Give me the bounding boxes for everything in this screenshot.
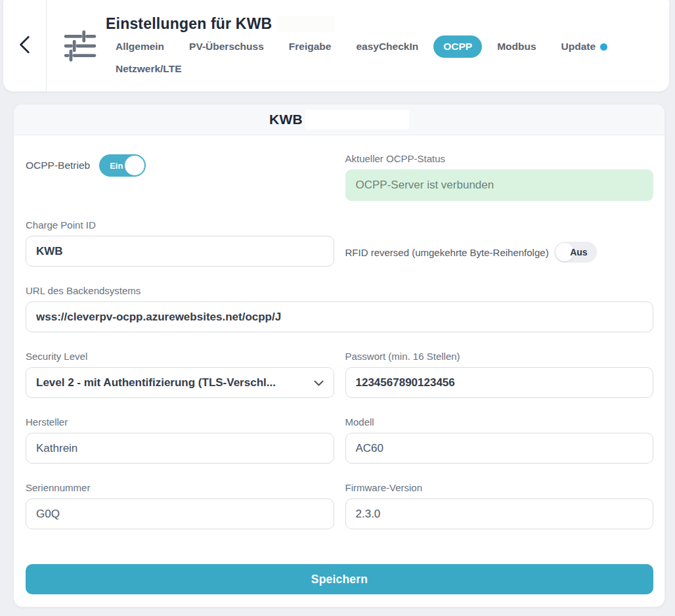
seriennummer-label: Seriennummer: [26, 481, 334, 495]
security-level-value: Level 2 - mit Authentifizierung (TLS-Ver…: [36, 376, 276, 389]
redaction-patch: [277, 16, 335, 32]
charge-point-id-label: Charge Point ID: [26, 219, 334, 232]
redaction-patch: [305, 110, 409, 129]
ocpp-status-label: Aktueller OCPP-Status: [345, 152, 654, 165]
seriennummer-field: Seriennummer: [26, 481, 334, 529]
backend-url-label: URL des Backendsystems: [26, 284, 653, 297]
chevron-down-icon: [314, 377, 324, 389]
ocpp-form: OCPP-Betrieb Ein Aktueller OCPP-Status O…: [14, 135, 664, 607]
tab-allgemein[interactable]: Allgemein: [106, 35, 174, 58]
charge-point-id-input[interactable]: [26, 236, 334, 267]
firmware-field: Firmware-Version: [345, 481, 654, 529]
password-label: Passwort (min. 16 Stellen): [345, 350, 654, 363]
ocpp-settings-card: KWB OCPP-Betrieb Ein Aktueller OCPP-Stat…: [13, 104, 665, 607]
settings-header: Einstellungen für KWB Allgemein PV-Übers…: [3, 0, 670, 92]
firmware-input[interactable]: [345, 498, 654, 529]
hersteller-label: Hersteller: [26, 416, 334, 429]
modell-label: Modell: [345, 416, 654, 429]
seriennummer-input[interactable]: [26, 498, 334, 529]
tab-modbus[interactable]: Modbus: [487, 35, 546, 58]
header-content: Einstellungen für KWB Allgemein PV-Übers…: [47, 0, 669, 91]
save-button[interactable]: Speichern: [26, 564, 653, 594]
security-level-label: Security Level: [26, 350, 334, 363]
card-header: KWB: [14, 104, 664, 135]
ocpp-betrieb-toggle[interactable]: Ein: [99, 154, 146, 177]
hersteller-input[interactable]: [26, 433, 334, 464]
password-field: Passwort (min. 16 Stellen): [345, 350, 654, 398]
tab-freigabe[interactable]: Freigabe: [279, 35, 341, 58]
toggle-knob: [125, 156, 144, 175]
chevron-left-icon: [17, 35, 33, 57]
modell-field: Modell: [345, 416, 654, 464]
tab-update-label: Update: [561, 41, 596, 53]
tab-pv-ueberschuss[interactable]: PV-Überschuss: [179, 35, 274, 58]
backend-url-field: URL des Backendsystems: [26, 284, 653, 332]
toggle-state-label: Aus: [570, 247, 587, 257]
card-title: KWB: [269, 112, 303, 127]
firmware-label: Firmware-Version: [345, 481, 654, 495]
security-level-select[interactable]: Level 2 - mit Authentifizierung (TLS-Ver…: [26, 367, 334, 398]
password-input[interactable]: [345, 367, 654, 398]
ocpp-betrieb-label: OCPP-Betrieb: [26, 160, 90, 171]
save-row: Speichern: [26, 564, 653, 594]
backend-url-input[interactable]: [26, 301, 653, 332]
settings-tabs: Allgemein PV-Überschuss Freigabe easyChe…: [106, 35, 651, 80]
security-level-field: Security Level Level 2 - mit Authentifiz…: [26, 350, 334, 398]
ocpp-betrieb-row: OCPP-Betrieb Ein: [26, 154, 334, 177]
tab-update[interactable]: Update: [552, 35, 618, 58]
charge-point-id-field: Charge Point ID: [26, 219, 334, 267]
toggle-state-label: Ein: [110, 161, 123, 171]
ocpp-status-value: OCPP-Server ist verbunden: [345, 169, 654, 201]
rfid-reversed-row: RFID reversed (umgekehrte Byte-Reihenfol…: [345, 242, 654, 263]
rfid-reversed-toggle[interactable]: Aus: [554, 242, 597, 263]
modell-input[interactable]: [345, 433, 654, 464]
page-title: Einstellungen für KWB: [106, 15, 272, 33]
tab-netzwerk-lte[interactable]: Netzwerk/LTE: [106, 58, 192, 80]
rfid-reversed-label: RFID reversed (umgekehrte Byte-Reihenfol…: [345, 247, 549, 258]
tab-ocpp[interactable]: OCPP: [433, 35, 482, 58]
hersteller-field: Hersteller: [26, 416, 334, 464]
back-button[interactable]: [3, 0, 47, 91]
tab-easycheckin[interactable]: easyCheckIn: [346, 35, 428, 58]
ocpp-status-field: Aktueller OCPP-Status OCPP-Server ist ve…: [345, 152, 654, 201]
update-notification-dot: [600, 43, 607, 51]
sliders-icon: [64, 30, 97, 62]
